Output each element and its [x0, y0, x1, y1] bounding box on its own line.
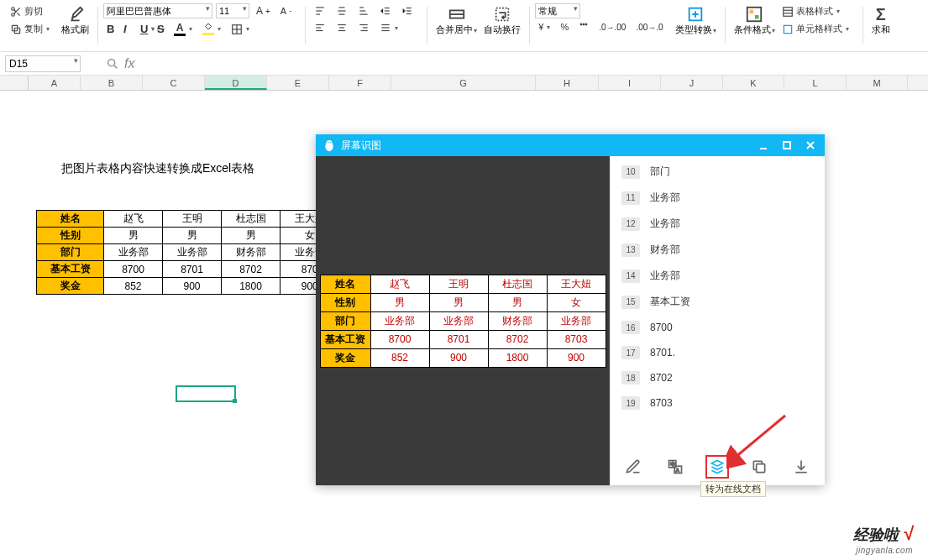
- ocr-list-item[interactable]: 11业务部: [621, 191, 813, 205]
- sheet-table: 姓名赵飞王明杜志国王大妞性别男男男女部门业务部业务部财务部业务部基本工资8700…: [36, 210, 339, 295]
- formula-bar: fx: [0, 52, 928, 76]
- ocr-list-item[interactable]: 188702: [621, 371, 813, 385]
- ocr-result-list[interactable]: 10部门11业务部12业务部13财务部14业务部15基本工资1687001787…: [621, 165, 813, 450]
- translate-button[interactable]: 中A: [663, 455, 687, 479]
- ocr-item-number: 10: [621, 165, 640, 179]
- font-family-select[interactable]: 阿里巴巴普惠体: [103, 3, 212, 18]
- increase-indent-button[interactable]: [398, 3, 417, 18]
- font-size-select[interactable]: 11: [216, 3, 249, 18]
- ocr-item-number: 16: [621, 321, 640, 334]
- wrap-text-button[interactable]: 自动换行: [480, 3, 524, 38]
- column-header[interactable]: A: [29, 76, 81, 90]
- ocr-table-header: 部门: [320, 311, 370, 330]
- increase-decimal-button[interactable]: .0→.00: [595, 21, 629, 34]
- ocr-table-cell: 男: [370, 293, 429, 311]
- percent-button[interactable]: %: [557, 20, 572, 34]
- align-center-button[interactable]: [333, 20, 351, 35]
- fx-label[interactable]: fx: [124, 56, 134, 71]
- table-styles-label: 表格样式: [796, 5, 833, 18]
- column-header[interactable]: G: [391, 76, 536, 90]
- align-bottom-button[interactable]: [354, 3, 373, 18]
- column-header[interactable]: J: [661, 76, 723, 90]
- ocr-item-text: 业务部: [650, 191, 680, 205]
- font-color-button[interactable]: A▾: [170, 20, 196, 38]
- name-box[interactable]: [5, 55, 81, 72]
- ocr-list-item[interactable]: 178701.: [621, 346, 813, 359]
- column-header[interactable]: L: [784, 76, 847, 90]
- ocr-item-text: 8700: [650, 322, 673, 333]
- ocr-table-cell: 8701: [429, 330, 488, 348]
- cond-format-label: 条件格式: [734, 24, 771, 34]
- bold-button[interactable]: B: [103, 21, 117, 37]
- currency-button[interactable]: ¥▾: [535, 20, 553, 34]
- ocr-list-item[interactable]: 13财务部: [621, 243, 813, 257]
- column-header[interactable]: B: [81, 76, 143, 90]
- decrease-font-button[interactable]: A-: [277, 4, 295, 18]
- ocr-item-number: 15: [621, 296, 640, 309]
- strikethrough-button[interactable]: S: [154, 21, 167, 37]
- align-top-button[interactable]: [311, 3, 329, 18]
- edit-button[interactable]: [621, 455, 645, 479]
- border-button[interactable]: ▾: [228, 22, 253, 37]
- copy-result-button[interactable]: [747, 455, 771, 479]
- ocr-list-item[interactable]: 14业务部: [621, 269, 813, 283]
- ocr-preview-table: 姓名赵飞王明杜志国王大妞性别男男男女部门业务部业务部财务部业务部基本工资8700…: [320, 275, 606, 368]
- table-row-header: 性别: [37, 228, 104, 244]
- align-left-button[interactable]: [311, 20, 329, 35]
- italic-button[interactable]: I: [120, 21, 134, 37]
- ocr-list-item[interactable]: 15基本工资: [621, 295, 813, 309]
- convert-to-doc-button[interactable]: [705, 455, 729, 479]
- increase-font-button[interactable]: A+: [253, 3, 274, 18]
- sigma-icon: Σ: [872, 5, 890, 24]
- column-header[interactable]: D: [205, 76, 267, 90]
- cut-button[interactable]: 剪切: [7, 3, 53, 19]
- column-header[interactable]: H: [536, 76, 599, 90]
- sum-button[interactable]: Σ 求和: [868, 3, 894, 38]
- column-header[interactable]: M: [847, 76, 908, 90]
- maximize-button[interactable]: [779, 138, 794, 153]
- number-format-select[interactable]: 常规: [535, 3, 580, 18]
- format-painter-button[interactable]: 格式刷: [58, 3, 92, 38]
- table-cell: 1800: [222, 278, 280, 295]
- underline-button[interactable]: U▾: [137, 21, 150, 37]
- ocr-list-item[interactable]: 12业务部: [621, 217, 813, 231]
- svg-line-52: [114, 65, 117, 68]
- type-convert-button[interactable]: 类型转换▾: [672, 3, 720, 38]
- fill-color-button[interactable]: ▾: [199, 21, 224, 37]
- decrease-decimal-button[interactable]: .00→.0: [632, 21, 666, 34]
- column-header[interactable]: K: [723, 76, 784, 90]
- copy-button[interactable]: 复制▾: [7, 21, 53, 37]
- column-header[interactable]: I: [599, 76, 661, 90]
- ocr-list-item[interactable]: 10部门: [621, 165, 813, 179]
- align-middle-button[interactable]: [333, 3, 351, 18]
- close-button[interactable]: [803, 138, 818, 153]
- download-button[interactable]: [789, 455, 813, 479]
- merge-center-button[interactable]: 合并居中▾: [433, 3, 480, 38]
- ocr-item-text: 业务部: [650, 269, 680, 283]
- column-header[interactable]: E: [267, 76, 329, 90]
- ocr-table-cell: 852: [370, 348, 429, 367]
- ocr-list-item[interactable]: 198703: [621, 396, 813, 410]
- justify-button[interactable]: ▾: [376, 20, 401, 35]
- minimize-button[interactable]: [756, 138, 771, 153]
- table-row-header: 奖金: [37, 278, 104, 295]
- ocr-table-cell: 8703: [547, 330, 606, 348]
- column-header[interactable]: F: [329, 76, 391, 90]
- ocr-list-item[interactable]: 168700: [621, 321, 813, 334]
- table-cell: 财务部: [222, 244, 280, 261]
- ocr-table-cell: 1800: [488, 348, 547, 367]
- cell-styles-button[interactable]: 单元格样式▾: [779, 21, 852, 37]
- popup-title: 屏幕识图: [341, 139, 381, 153]
- ocr-table-cell: 男: [429, 293, 488, 311]
- table-cell: 男: [104, 228, 163, 244]
- search-icon[interactable]: [106, 57, 119, 71]
- column-header[interactable]: C: [143, 76, 205, 90]
- conditional-format-button[interactable]: 条件格式▾: [731, 3, 779, 38]
- decrease-indent-button[interactable]: [376, 3, 395, 18]
- table-row-header: 部门: [37, 244, 104, 261]
- table-styles-button[interactable]: 表格样式▾: [779, 3, 852, 19]
- align-right-button[interactable]: [354, 20, 373, 35]
- popup-titlebar[interactable]: 屏幕识图: [316, 134, 825, 156]
- comma-button[interactable]: [575, 20, 592, 34]
- ocr-table-cell: 900: [547, 348, 606, 367]
